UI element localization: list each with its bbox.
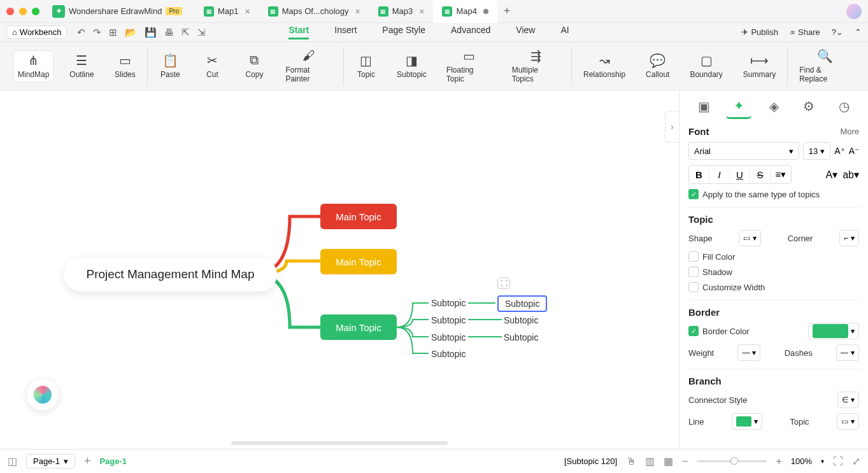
focus-icon[interactable]: ⛶ <box>497 278 510 289</box>
share-button[interactable]: ∝Share <box>790 27 820 37</box>
dashes-select[interactable]: —▾ <box>836 344 859 361</box>
redo-icon[interactable]: ↷ <box>93 27 101 38</box>
corner-select[interactable]: ⌐▾ <box>839 230 859 246</box>
user-avatar[interactable] <box>846 4 862 19</box>
summary-button[interactable]: ⟼Summary <box>739 51 779 81</box>
customize-width-checkbox[interactable] <box>688 282 699 292</box>
branch-topic-select[interactable]: ▭▾ <box>837 413 859 430</box>
font-more-link[interactable]: More <box>840 127 859 136</box>
collapse-panel-icon[interactable]: › <box>665 111 679 143</box>
fit-icon[interactable]: ⛶ <box>833 456 843 467</box>
new-icon[interactable]: ⊞ <box>109 27 117 38</box>
strike-button[interactable]: S <box>750 166 771 183</box>
mindmap-button[interactable]: ⋔MindMap <box>14 51 53 81</box>
tab-map4[interactable]: ▦Map4 <box>433 0 497 23</box>
panel-toggle-icon[interactable]: ◫ <box>8 455 17 467</box>
horizontal-scrollbar[interactable] <box>231 441 448 445</box>
style-tab-icon[interactable]: ✦ <box>726 94 751 119</box>
line-color-select[interactable]: ▾ <box>732 413 762 430</box>
workbench-button[interactable]: ⌂Workbench <box>6 25 67 39</box>
tab-map3[interactable]: ▦Map3× <box>369 0 434 23</box>
close-icon[interactable]: × <box>245 6 250 17</box>
zoom-out-icon[interactable]: − <box>682 456 688 467</box>
find-replace-button[interactable]: 🔍Find & Replace <box>795 46 854 86</box>
menu-ai[interactable]: AI <box>560 25 569 39</box>
main-topic-3[interactable]: Main Topic <box>320 314 397 340</box>
font-family-select[interactable]: Arial▾ <box>688 142 799 160</box>
border-color-checkbox[interactable]: ✓ <box>688 326 699 336</box>
add-page-button[interactable]: + <box>84 455 91 468</box>
tab-map1[interactable]: ▦Map1× <box>195 0 259 23</box>
import-icon[interactable]: ⇲ <box>197 27 206 38</box>
menu-start[interactable]: Start <box>288 25 309 39</box>
copy-button[interactable]: ⧉Copy <box>239 51 269 81</box>
close-icon[interactable]: × <box>355 6 360 17</box>
menu-view[interactable]: View <box>516 25 535 39</box>
close-icon[interactable]: × <box>419 6 424 17</box>
floating-topic-button[interactable]: ▭Floating Topic <box>443 46 495 86</box>
canvas[interactable]: › Project Management Mind Map Main Topic… <box>0 90 679 449</box>
font-decrease-icon[interactable]: A⁻ <box>849 146 859 156</box>
subtopic-node[interactable]: Subtopic <box>431 315 466 325</box>
underline-button[interactable]: U <box>730 166 750 183</box>
topic-button[interactable]: ◫Topic <box>352 51 381 81</box>
layout-icon[interactable]: ▥ <box>645 455 655 467</box>
history-tab-icon[interactable]: ◷ <box>831 94 857 119</box>
align-button[interactable]: ≡▾ <box>771 166 791 183</box>
subtopic-node[interactable]: Subtopic <box>504 332 538 342</box>
zoom-value[interactable]: 100% <box>791 456 812 466</box>
page-tab[interactable]: Page-1 <box>99 456 127 466</box>
slides-button[interactable]: ▭Slides <box>110 51 139 81</box>
main-topic-2[interactable]: Main Topic <box>320 249 397 274</box>
export-icon[interactable]: ⇱ <box>181 27 190 38</box>
font-color-button[interactable]: A▾ <box>826 169 838 181</box>
maximize-window[interactable] <box>32 8 39 15</box>
boundary-button[interactable]: ▢Boundary <box>686 51 726 81</box>
subtopic-node[interactable]: Subtopic <box>431 332 466 342</box>
subtopic-node[interactable]: Subtopic <box>504 315 538 325</box>
main-topic-1[interactable]: Main Topic <box>320 204 397 229</box>
mouse-mode-icon[interactable]: 🖱 <box>626 456 636 467</box>
text-case-button[interactable]: ab▾ <box>843 169 859 181</box>
subtopic-button[interactable]: ◨Subtopic <box>394 51 430 81</box>
undo-icon[interactable]: ↶ <box>77 27 85 38</box>
tab-maps-of[interactable]: ▦Maps Of...chology× <box>259 0 369 23</box>
zoom-thumb[interactable] <box>730 457 738 465</box>
apply-same-type-checkbox[interactable]: ✓ <box>688 189 699 199</box>
navigator-icon[interactable]: ▦ <box>664 455 673 467</box>
shape-select[interactable]: ▭▾ <box>739 230 761 246</box>
cut-button[interactable]: ✂Cut <box>197 51 227 81</box>
print-icon[interactable]: 🖶 <box>164 27 174 38</box>
tag-tab-icon[interactable]: ◈ <box>761 94 786 119</box>
layout-tab-icon[interactable]: ▣ <box>691 94 716 119</box>
zoom-in-icon[interactable]: + <box>776 456 781 467</box>
paste-button[interactable]: 📋Paste <box>155 51 185 81</box>
fullscreen-icon[interactable]: ⤢ <box>852 455 860 467</box>
subtopic-node[interactable]: Subtopic <box>431 298 466 308</box>
menu-advanced[interactable]: Advanced <box>451 25 490 39</box>
bold-button[interactable]: B <box>689 166 709 183</box>
callout-button[interactable]: 💬Callout <box>642 51 673 81</box>
outline-button[interactable]: ☰Outline <box>66 51 97 81</box>
subtopic-selected[interactable]: Subtopic <box>497 295 547 312</box>
page-selector[interactable]: Page-1▾ <box>26 454 75 469</box>
multiple-topics-button[interactable]: ⇶Multiple Topics <box>508 46 564 86</box>
menu-page-style[interactable]: Page Style <box>382 25 425 39</box>
open-icon[interactable]: 📂 <box>125 27 137 38</box>
connector-select[interactable]: ∈▾ <box>837 392 859 408</box>
central-topic[interactable]: Project Management Mind Map <box>64 257 277 292</box>
fill-color-checkbox[interactable] <box>688 251 699 262</box>
format-painter-button[interactable]: 🖌Format Painter <box>281 46 336 86</box>
font-increase-icon[interactable]: A⁺ <box>834 146 844 156</box>
font-size-select[interactable]: 13▾ <box>803 142 830 160</box>
italic-button[interactable]: I <box>709 166 730 183</box>
publish-button[interactable]: ✈Publish <box>741 27 778 37</box>
subtopic-node[interactable]: Subtopic <box>431 349 466 359</box>
add-tab-button[interactable]: + <box>497 0 516 23</box>
settings-tab-icon[interactable]: ⚙ <box>796 94 822 119</box>
relationship-button[interactable]: ↝Relationship <box>580 51 629 81</box>
shadow-checkbox[interactable] <box>688 267 699 277</box>
help-icon[interactable]: ?⌄ <box>832 27 843 37</box>
border-color-select[interactable]: ▾ <box>808 323 859 339</box>
ai-assistant-button[interactable] <box>27 379 59 411</box>
